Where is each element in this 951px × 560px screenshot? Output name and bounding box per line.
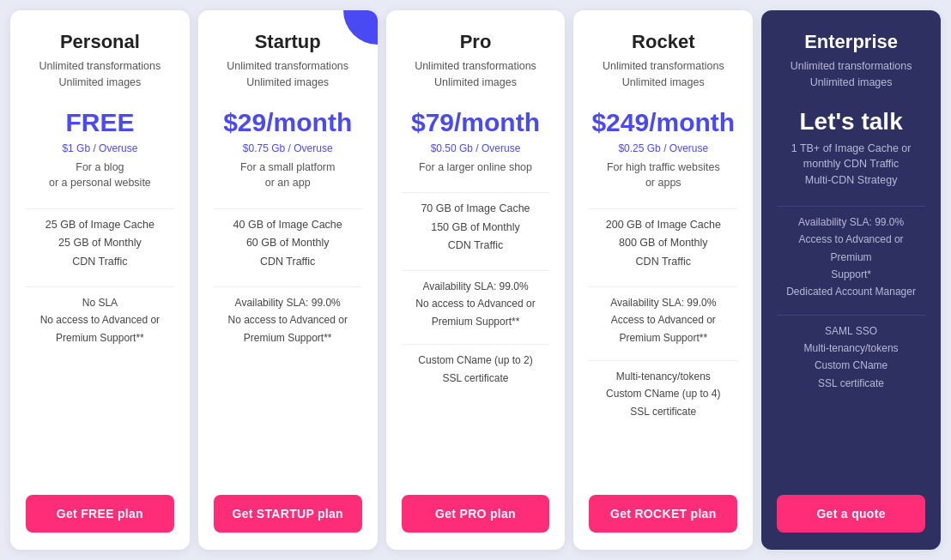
plan-features-personal: 25 GB of Image Cache25 GB of MonthlyCDN … [45,216,154,271]
divider [402,192,550,193]
plan-description-enterprise: 1 TB+ of Image Cache ormonthly CDN Traff… [791,141,912,189]
plan-subtitle-enterprise: Unlimited transformations Unlimited imag… [790,58,912,91]
plan-card-personal: Personal Unlimited transformations Unlim… [10,10,190,550]
plan-extras-enterprise: SAML SSO Multi-tenancy/tokens Custom CNa… [804,322,899,393]
plan-description-rocket: For high traffic websites or apps [607,160,720,192]
plan-subtitle-pro: Unlimited transformations Unlimited imag… [415,58,536,91]
pricing-grid: Personal Unlimited transformations Unlim… [10,10,941,550]
plan-description-pro: For a larger online shop [419,160,532,176]
plan-card-startup: Startup Unlimited transformations Unlimi… [198,10,378,550]
plan-price-rocket: $249/month [591,108,735,137]
plan-description-personal: For a blog or a personal website [49,160,151,192]
cta-button-enterprise[interactable]: Get a quote [777,495,925,533]
plan-features-rocket: 200 GB of Image Cache800 GB of MonthlyCD… [606,216,721,271]
plan-subtitle-rocket: Unlimited transformations Unlimited imag… [603,58,724,91]
plan-sla-rocket: Availability SLA: 99.0%Access to Advance… [610,294,716,346]
cta-button-rocket[interactable]: Get ROCKET plan [589,495,737,533]
plan-description-startup: For a small platform or an app [240,160,335,192]
plan-overuse-rocket: $0.25 Gb / Overuse [618,142,708,154]
plan-sla-startup: Availability SLA: 99.0%No access to Adva… [227,294,347,346]
divider [26,286,174,287]
plan-price-enterprise: Let's talk [799,108,902,135]
plan-price-pro: $79/month [411,108,540,137]
cta-button-personal[interactable]: Get FREE plan [26,495,174,533]
plan-title-enterprise: Enterprise [804,31,898,53]
cta-button-pro[interactable]: Get PRO plan [402,495,550,533]
cta-button-startup[interactable]: Get STARTUP plan [214,495,362,533]
plan-title-rocket: Rocket [632,31,694,53]
divider [589,208,737,209]
divider [589,360,737,361]
divider [777,206,925,207]
divider [777,315,925,316]
plan-features-pro: 70 GB of Image Cache150 GB of MonthlyCDN… [421,200,530,255]
plan-card-pro: Pro Unlimited transformations Unlimited … [386,10,566,550]
plan-card-enterprise: Enterprise Unlimited transformations Unl… [761,10,941,550]
plan-title-personal: Personal [60,31,140,53]
blue-accent-startup [343,10,378,45]
plan-overuse-personal: $1 Gb / Overuse [62,142,137,154]
plan-overuse-startup: $0.75 Gb / Overuse [243,142,333,154]
plan-sla-personal: No SLANo access to Advanced orPremium Su… [40,294,160,346]
plan-title-pro: Pro [460,31,492,53]
plan-price-startup: $29/month [223,108,352,137]
divider [402,270,550,271]
divider [589,286,737,287]
plan-extras-rocket: Multi-tenancy/tokensCustom CName (up to … [606,368,720,420]
plan-sla-pro: Availability SLA: 99.0%No access to Adva… [415,278,535,330]
plan-subtitle-personal: Unlimited transformations Unlimited imag… [39,58,161,91]
divider [402,344,550,345]
divider [214,286,362,287]
divider [214,208,362,209]
plan-features-startup: 40 GB of Image Cache60 GB of MonthlyCDN … [233,216,342,271]
plan-title-startup: Startup [255,31,321,53]
divider [26,208,174,209]
plan-features-enterprise: Availability SLA: 99.0% Access to Advanc… [777,214,925,301]
plan-subtitle-startup: Unlimited transformations Unlimited imag… [227,58,348,91]
plan-extras-pro: Custom CName (up to 2)SSL certificate [418,352,532,387]
plan-overuse-pro: $0.50 Gb / Overuse [431,142,521,154]
plan-card-rocket: Rocket Unlimited transformations Unlimit… [573,10,753,550]
plan-price-personal: FREE [65,108,134,137]
